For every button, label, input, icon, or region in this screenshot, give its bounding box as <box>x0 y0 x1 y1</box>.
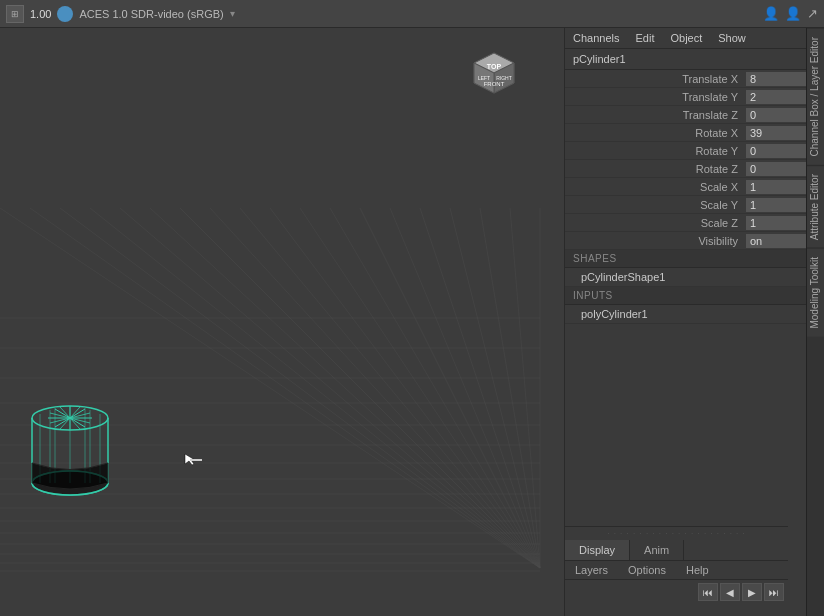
channel-value-scale-z[interactable]: 1 <box>746 216 806 230</box>
inputs-item[interactable]: polyCylinder1 <box>565 305 806 324</box>
object-name: pCylinder1 <box>565 49 806 70</box>
user2-icon[interactable]: 👤 <box>785 6 801 21</box>
fastforward-button[interactable]: ⏭ <box>764 583 784 601</box>
channel-name-visibility: Visibility <box>565 235 746 247</box>
rewind-button[interactable]: ⏮ <box>698 583 718 601</box>
channel-row-rotate-y[interactable]: Rotate Y 0 <box>565 142 806 160</box>
channel-row-visibility[interactable]: Visibility on <box>565 232 806 250</box>
inputs-header: INPUTS <box>565 287 806 305</box>
channel-table: Translate X 8 Translate Y 2 Translate Z … <box>565 70 806 250</box>
bottom-toolbar: ⏮ ◀ ▶ ⏭ <box>565 580 788 604</box>
edit-menu[interactable]: Edit <box>627 28 662 48</box>
channel-value-scale-y[interactable]: 1 <box>746 198 806 212</box>
channel-name-translate-x: Translate X <box>565 73 746 85</box>
bottom-menu: Layers Options Help <box>565 561 788 580</box>
panel-menubar: Channels Edit Object Show <box>565 28 806 49</box>
dropdown-arrow-icon[interactable]: ▾ <box>230 8 235 19</box>
channels-menu[interactable]: Channels <box>565 28 627 48</box>
layers-menu[interactable]: Layers <box>565 561 618 579</box>
channel-value-visibility[interactable]: on <box>746 234 806 248</box>
channel-row-scale-x[interactable]: Scale X 1 <box>565 178 806 196</box>
channel-name-scale-y: Scale Y <box>565 199 746 211</box>
channel-name-scale-x: Scale X <box>565 181 746 193</box>
channel-value-scale-x[interactable]: 1 <box>746 180 806 194</box>
right-panel: Channels Edit Object Show pCylinder1 Tra… <box>564 28 824 616</box>
share-icon[interactable]: ↗ <box>807 6 818 21</box>
cursor-line <box>190 459 202 461</box>
channel-name-translate-y: Translate Y <box>565 91 746 103</box>
channel-value-rotate-x[interactable]: 39 <box>746 126 806 140</box>
color-badge <box>57 6 73 22</box>
channel-row-translate-y[interactable]: Translate Y 2 <box>565 88 806 106</box>
channel-name-rotate-z: Rotate Z <box>565 163 746 175</box>
viewport[interactable]: TOP RIGHT LEFT FRONT <box>0 28 564 616</box>
channel-row-rotate-z[interactable]: Rotate Z 0 <box>565 160 806 178</box>
modeling-toolkit-tab[interactable]: Modeling Toolkit <box>807 248 824 337</box>
empty-area <box>565 324 806 526</box>
side-tabs: Channel Box / Layer Editor Attribute Edi… <box>806 28 824 616</box>
main-content: TOP RIGHT LEFT FRONT Channels Edit Objec… <box>0 28 824 616</box>
bottom-panel: · · · · · · · · · · · · · · · · · · · · … <box>565 526 788 616</box>
channel-box-tab[interactable]: Channel Box / Layer Editor <box>807 28 824 165</box>
channel-row-translate-x[interactable]: Translate X 8 <box>565 70 806 88</box>
shapes-header: SHAPES <box>565 250 806 268</box>
top-bar: ⊞ 1.00 ACES 1.0 SDR-video (sRGB) ▾ 👤 👤 ↗ <box>0 0 824 28</box>
svg-text:FRONT: FRONT <box>484 81 505 87</box>
bottom-tabs: Display Anim <box>565 540 788 561</box>
show-menu[interactable]: Show <box>710 28 754 48</box>
colorspace-label: ACES 1.0 SDR-video (sRGB) <box>79 8 223 20</box>
attribute-editor-tab[interactable]: Attribute Editor <box>807 165 824 248</box>
channel-row-translate-z[interactable]: Translate Z 0 <box>565 106 806 124</box>
object-menu[interactable]: Object <box>662 28 710 48</box>
channel-row-scale-y[interactable]: Scale Y 1 <box>565 196 806 214</box>
channel-box: Channels Edit Object Show pCylinder1 Tra… <box>565 28 806 616</box>
zoom-value: 1.00 <box>30 8 51 20</box>
help-menu[interactable]: Help <box>676 561 719 579</box>
shapes-item[interactable]: pCylinderShape1 <box>565 268 806 287</box>
grid-svg <box>0 28 564 616</box>
display-tab[interactable]: Display <box>565 540 630 560</box>
channel-value-rotate-z[interactable]: 0 <box>746 162 806 176</box>
back-button[interactable]: ◀ <box>720 583 740 601</box>
viewport-icon: ⊞ <box>6 5 24 23</box>
channel-name-rotate-y: Rotate Y <box>565 145 746 157</box>
channel-row-scale-z[interactable]: Scale Z 1 <box>565 214 806 232</box>
view-cube[interactable]: TOP RIGHT LEFT FRONT <box>464 43 524 103</box>
svg-text:TOP: TOP <box>487 63 502 70</box>
channel-name-scale-z: Scale Z <box>565 217 746 229</box>
channel-name-rotate-x: Rotate X <box>565 127 746 139</box>
channel-name-translate-z: Translate Z <box>565 109 746 121</box>
channel-row-rotate-x[interactable]: Rotate X 39 <box>565 124 806 142</box>
channel-value-rotate-y[interactable]: 0 <box>746 144 806 158</box>
forward-button[interactable]: ▶ <box>742 583 762 601</box>
channel-value-translate-y[interactable]: 2 <box>746 90 806 104</box>
user-icon[interactable]: 👤 <box>763 6 779 21</box>
channel-value-translate-z[interactable]: 0 <box>746 108 806 122</box>
anim-tab[interactable]: Anim <box>630 540 684 560</box>
channel-value-translate-x[interactable]: 8 <box>746 72 806 86</box>
sep-dots: · · · · · · · · · · · · · · · · · · · · … <box>565 527 788 540</box>
options-menu[interactable]: Options <box>618 561 676 579</box>
